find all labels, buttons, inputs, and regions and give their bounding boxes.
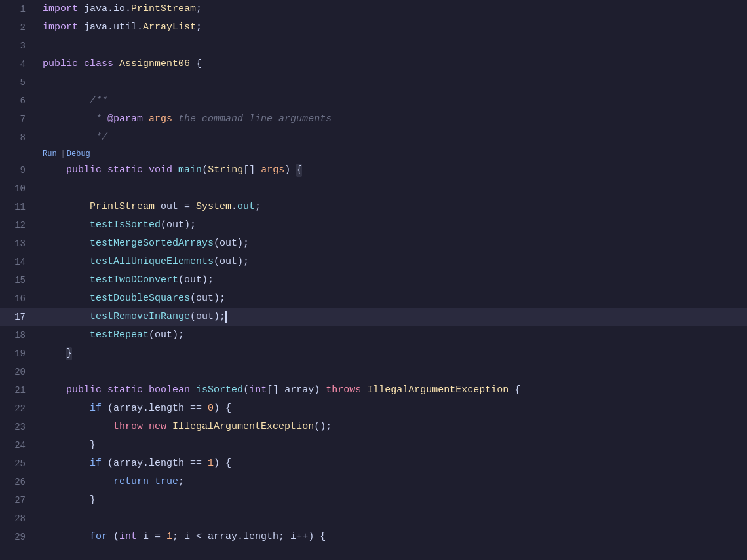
line-1: 1 import java.io.PrintStream; [0, 0, 747, 18]
line-17: 17 testRemoveInRange(out); [0, 308, 747, 326]
line-2: 2 import java.util.ArrayList; [0, 18, 747, 37]
run-debug-bar[interactable]: Run | Debug [0, 147, 747, 161]
code-editor[interactable]: 1 import java.io.PrintStream; 2 import j… [0, 0, 747, 560]
line-16: 16 testDoubleSquares(out); [0, 289, 747, 308]
line-6: 6 /** [0, 92, 747, 110]
line-27: 27 } [0, 491, 747, 510]
line-5: 5 [0, 73, 747, 92]
line-3: 3 [0, 37, 747, 55]
line-14: 14 testAllUniqueElements(out); [0, 253, 747, 271]
line-18: 18 testRepeat(out); [0, 326, 747, 345]
line-24: 24 } [0, 436, 747, 455]
line-20: 20 [0, 363, 747, 381]
line-12: 12 testIsSorted(out); [0, 216, 747, 234]
run-label[interactable]: Run [43, 149, 57, 159]
line-22: 22 if (array.length == 0) { [0, 400, 747, 418]
line-23: 23 throw new IllegalArgumentException(); [0, 418, 747, 436]
line-25: 25 if (array.length == 1) { [0, 455, 747, 473]
line-4: 4 public class Assignment06 { [0, 55, 747, 73]
line-9: 9 public static void main(String[] args)… [0, 161, 747, 179]
line-21: 21 public static boolean isSorted(int[] … [0, 381, 747, 400]
line-29: 29 for (int i = 1; i < array.length; i++… [0, 528, 747, 546]
line-26: 26 return true; [0, 473, 747, 491]
line-10: 10 [0, 179, 747, 198]
line-7: 7 * @param args the command line argumen… [0, 110, 747, 128]
debug-label[interactable]: Debug [67, 149, 90, 159]
run-debug-separator: | [61, 149, 66, 159]
code-lines: 1 import java.io.PrintStream; 2 import j… [0, 0, 747, 546]
line-13: 13 testMergeSortedArrays(out); [0, 234, 747, 253]
line-28: 28 [0, 510, 747, 528]
line-8: 8 */ [0, 128, 747, 147]
line-11: 11 PrintStream out = System.out; [0, 198, 747, 216]
line-19: 19 } [0, 345, 747, 363]
line-15: 15 testTwoDConvert(out); [0, 271, 747, 289]
